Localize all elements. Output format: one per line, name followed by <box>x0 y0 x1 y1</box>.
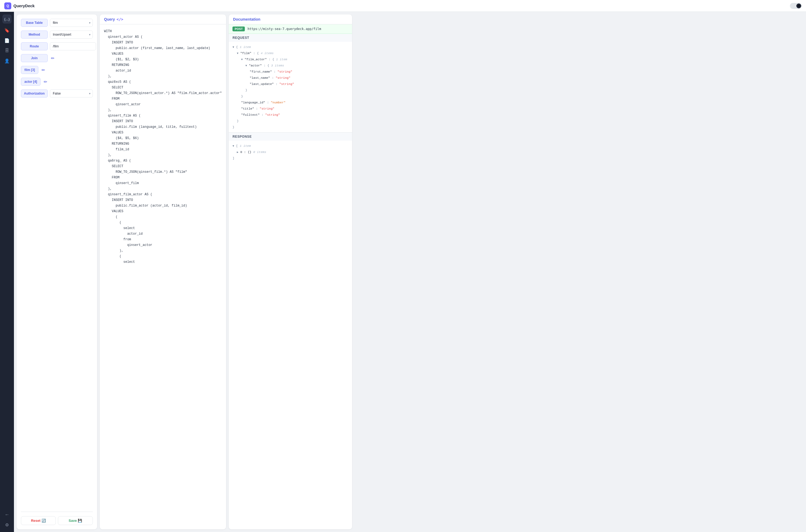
topbar-right: ⚙ <box>790 3 802 9</box>
url-text: https://misty-sea-7.querydeck.app/film <box>248 27 321 31</box>
query-header-label: Query <box>104 17 115 21</box>
sidebar-item-bookmark[interactable]: 🔖 <box>2 26 12 35</box>
sidebar-item-database[interactable]: 🗄 <box>2 46 12 55</box>
save-button[interactable]: Save 💾 <box>58 516 93 525</box>
authorization-row: Authorization False True ▾ <box>21 90 93 97</box>
route-row: Route <box>21 42 93 50</box>
doc-panel-header: Documentation <box>229 15 352 24</box>
url-bar: POST https://misty-sea-7.querydeck.app/f… <box>229 24 352 34</box>
film-edit-button[interactable]: ✏ <box>40 66 46 74</box>
actor-tag-button[interactable]: actor [4] <box>21 78 40 86</box>
reset-label: Reset 🔄 <box>31 519 45 522</box>
tree-line: "language_id" : "number" <box>241 99 348 106</box>
tree-line: } <box>233 124 348 130</box>
join-row: Join ✏ <box>21 54 93 62</box>
tree-line: "first_name" : "string" <box>250 69 348 75</box>
authorization-label: Authorization <box>21 90 48 97</box>
base-table-row: Base Table film actor category ▾ <box>21 19 93 27</box>
tree-line: ▶ 0 : {} 0 items <box>237 149 348 155</box>
method-row: Method Insert/Upsert Select Update Delet… <box>21 31 93 39</box>
reset-button[interactable]: Reset 🔄 <box>21 516 56 525</box>
tree-line: ▼ "actor" : { 3 items <box>245 62 348 69</box>
request-tree: ▼ { 1 item ▼ "film" : { 4 items ▼ "film_… <box>229 42 352 132</box>
app-logo-icon: Q <box>4 2 11 10</box>
tree-line: ▼ "film" : { 4 items <box>237 50 348 56</box>
method-label: Method <box>21 31 48 39</box>
base-table-select[interactable]: film actor category <box>50 19 93 27</box>
method-select[interactable]: Insert/Upsert Select Update Delete <box>50 31 93 39</box>
response-section: RESPONSE ▼ [ 1 item ▶ 0 : {} 0 items ] <box>229 133 352 164</box>
tree-line: ▼ [ 1 item <box>233 143 348 149</box>
theme-toggle-knob: ⚙ <box>796 3 801 8</box>
tree-line: } <box>245 87 348 93</box>
tree-line: ▼ { 1 item <box>233 44 348 50</box>
base-table-label: Base Table <box>21 19 48 27</box>
response-tree: ▼ [ 1 item ▶ 0 : {} 0 items ] <box>229 141 352 164</box>
tree-line: "fulltext" : "string" <box>241 112 348 118</box>
query-code-tag: </> <box>116 17 123 21</box>
app-title: QueryDeck <box>13 3 35 8</box>
film-tag-button[interactable]: film [3] <box>21 66 38 74</box>
tree-line: } <box>241 93 348 99</box>
route-label: Route <box>21 42 48 50</box>
sidebar-item-document[interactable]: 📄 <box>2 36 12 45</box>
query-panel: Query </> WITH qinsert_actor AS ( INSERT… <box>100 15 226 529</box>
join-edit-button[interactable]: ✏ <box>50 55 55 62</box>
tree-line: ] <box>233 155 348 161</box>
theme-toggle[interactable]: ⚙ <box>790 3 802 9</box>
left-panel: Base Table film actor category ▾ Method … <box>17 15 97 529</box>
authorization-select[interactable]: False True <box>50 90 93 97</box>
film-tag-row: film [3] ✏ <box>21 66 93 74</box>
save-label: Save 💾 <box>69 519 82 522</box>
sidebar-item-code[interactable]: {...} <box>2 15 12 23</box>
route-input[interactable] <box>50 42 96 50</box>
actor-edit-button[interactable]: ✏ <box>43 78 48 86</box>
request-section: REQUEST ▼ { 1 item ▼ "film" : { 4 items … <box>229 34 352 133</box>
toggle-icon[interactable]: ▼ <box>233 46 234 49</box>
tree-line: "last_name" : "string" <box>250 75 348 81</box>
doc-panel: Documentation POST https://misty-sea-7.q… <box>229 15 352 529</box>
actor-tag-row: actor [4] ✏ <box>21 78 93 86</box>
response-header: RESPONSE <box>229 133 352 141</box>
left-panel-buttons: Reset 🔄 Save 💾 <box>21 512 93 525</box>
query-code-block: WITH qinsert_actor AS ( INSERT INTO publ… <box>100 24 226 529</box>
tree-line: ▼ "film_actor" : { 1 item <box>241 56 348 62</box>
tree-line: "last_update" : "string" <box>250 81 348 87</box>
sidebar-back-button[interactable]: ← <box>2 510 12 519</box>
method-badge: POST <box>233 26 245 31</box>
tree-line: } <box>237 118 348 124</box>
sidebar-settings-button[interactable]: ⚙ <box>2 520 12 529</box>
sidebar: {...} 🔖 📄 🗄 👤 ← ⚙ <box>0 12 14 532</box>
sidebar-item-user[interactable]: 👤 <box>2 56 12 65</box>
query-panel-header: Query </> <box>100 15 226 24</box>
join-label: Join <box>21 54 48 62</box>
request-header: REQUEST <box>229 34 352 42</box>
tree-line: "title" : "string" <box>241 106 348 112</box>
